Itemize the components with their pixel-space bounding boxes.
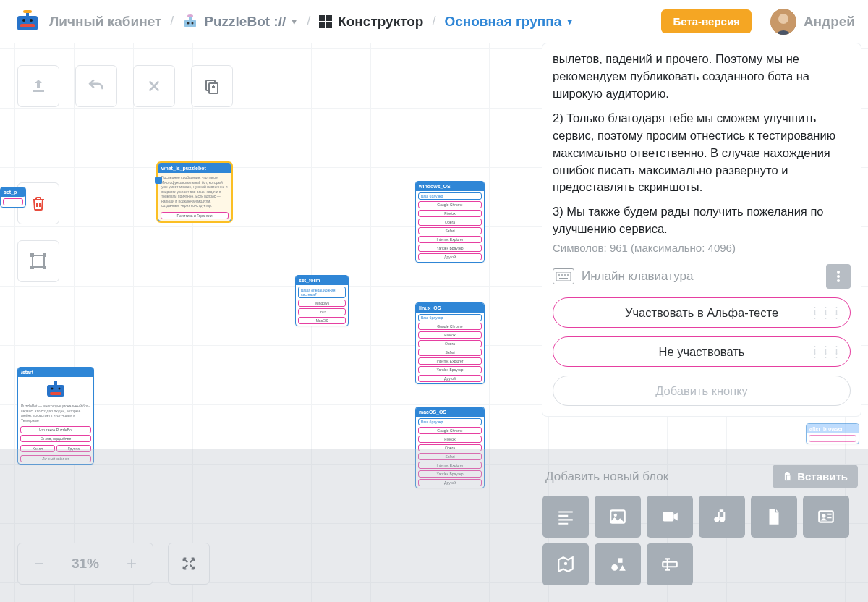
keyboard-menu-button[interactable] <box>826 264 851 289</box>
close-button[interactable] <box>133 65 175 107</box>
add-block-title: Добавить новый блок <box>545 470 668 484</box>
node-title: /start <box>18 368 93 377</box>
node-after-browser[interactable]: after_browser <box>806 423 859 444</box>
node-row[interactable]: Yandex Браузер <box>418 245 482 252</box>
svg-rect-0 <box>17 16 38 30</box>
svg-point-47 <box>611 564 618 571</box>
chevron-down-icon: ▼ <box>566 17 574 26</box>
add-button-label: Добавить кнопку <box>655 384 748 398</box>
inline-button-label: Не участвовать <box>659 345 745 359</box>
svg-rect-43 <box>663 512 673 522</box>
node-row[interactable]: Другой <box>418 375 482 382</box>
node-row <box>809 435 856 442</box>
breadcrumb-sep: / <box>432 14 435 29</box>
node-row[interactable]: Firefox <box>418 331 482 339</box>
node-row[interactable]: Firefox <box>418 210 482 217</box>
node-row[interactable]: Internet Explorer <box>418 236 482 243</box>
node-row[interactable]: Windows <box>298 300 346 307</box>
node-set-form[interactable]: set_form Ваша операционная система? Wind… <box>295 275 349 326</box>
node-title: set_form <box>296 276 348 285</box>
node-row[interactable]: Internet Explorer <box>418 357 482 365</box>
svg-rect-14 <box>326 22 332 28</box>
svg-point-27 <box>59 388 61 390</box>
svg-rect-5 <box>23 10 32 13</box>
drag-handle-icon[interactable]: ⋮⋮⋮⋮⋮⋮ <box>810 347 843 356</box>
node-row[interactable]: Отзыв, подробнее <box>20 435 91 442</box>
block-video[interactable] <box>647 496 693 538</box>
block-location[interactable] <box>542 543 589 585</box>
keyboard-type-row: Инлайн клавиатура <box>553 264 851 289</box>
svg-point-8 <box>192 22 194 24</box>
block-audio[interactable] <box>699 496 745 538</box>
svg-rect-19 <box>33 255 44 267</box>
node-title: linux_OS <box>416 303 484 313</box>
inline-button-1[interactable]: Участвовать в Альфа-тесте ⋮⋮⋮⋮⋮⋮ <box>553 297 851 328</box>
svg-point-31 <box>561 274 563 276</box>
message-text: вылетов, падений и прочего. Поэтому мы н… <box>553 51 851 239</box>
node-row[interactable]: Opera <box>418 340 482 347</box>
group-selector[interactable]: Основная группа ▼ <box>444 14 574 30</box>
node-row[interactable]: Linux <box>298 308 346 315</box>
chevron-down-icon: ▼ <box>290 17 298 26</box>
node-row[interactable]: Firefox <box>418 436 482 443</box>
apps-icon <box>319 15 332 28</box>
breadcrumb-personal[interactable]: Личный кабинет <box>49 14 161 30</box>
fit-frame-button[interactable] <box>17 240 59 282</box>
svg-point-36 <box>837 275 840 278</box>
svg-rect-34 <box>559 278 568 279</box>
svg-rect-6 <box>184 20 196 27</box>
node-row[interactable]: Safari <box>418 227 482 234</box>
inline-button-2[interactable]: Не участвовать ⋮⋮⋮⋮⋮⋮ <box>553 336 851 367</box>
bot-icon <box>43 379 69 399</box>
drag-handle-icon[interactable]: ⋮⋮⋮⋮⋮⋮ <box>810 308 843 317</box>
avatar[interactable] <box>770 9 796 35</box>
node-row[interactable]: Google Chrome <box>418 323 482 330</box>
node-row[interactable]: MacOS <box>298 317 346 324</box>
inline-button-label: Участвовать в Альфа-тесте <box>625 306 778 320</box>
node-row[interactable]: Другой <box>418 253 482 260</box>
svg-rect-28 <box>54 381 57 385</box>
block-contact[interactable] <box>803 496 849 538</box>
svg-point-7 <box>187 22 190 24</box>
paste-button[interactable]: Вставить <box>773 465 858 488</box>
bot-selector[interactable]: PuzzleBot :// ▼ <box>182 14 298 30</box>
node-windows-os[interactable]: windows_OS Ваш браузер Google Chrome Fir… <box>415 181 485 263</box>
node-title: macOS_OS <box>416 407 484 417</box>
svg-point-2 <box>22 19 25 22</box>
node-cut[interactable]: set_p <box>0 187 26 208</box>
node-what-is-puzzlebot[interactable]: what_is_puzzlebot Последнее сообщение: ч… <box>158 163 231 221</box>
block-file[interactable] <box>751 496 797 538</box>
svg-rect-20 <box>31 254 33 256</box>
block-text[interactable] <box>542 496 589 538</box>
svg-point-26 <box>51 388 54 390</box>
node-linux-os[interactable]: linux_OS Ваш браузер Google Chrome Firef… <box>415 302 485 384</box>
node-row: Ваш браузер <box>418 192 482 200</box>
block-type-grid <box>542 496 861 585</box>
breadcrumb-constructor[interactable]: Конструктор <box>319 14 423 30</box>
duplicate-button[interactable] <box>191 65 233 107</box>
group-label: Основная группа <box>444 14 561 30</box>
keyboard-icon <box>553 268 574 284</box>
undo-button[interactable] <box>75 65 117 107</box>
svg-point-42 <box>614 514 617 517</box>
node-row[interactable]: Yandex Браузер <box>418 366 482 373</box>
canvas[interactable]: set_p what_is_puzzlebot Последнее сообще… <box>0 43 868 602</box>
block-image[interactable] <box>595 496 641 538</box>
svg-rect-39 <box>786 472 789 473</box>
add-inline-button[interactable]: Добавить кнопку <box>553 376 851 406</box>
add-block-panel: Добавить новый блок Вставить <box>542 456 861 585</box>
node-row[interactable]: Safari <box>418 349 482 356</box>
svg-rect-23 <box>43 266 46 268</box>
node-row[interactable]: Google Chrome <box>418 201 482 208</box>
beta-button[interactable]: Бета-версия <box>661 9 751 33</box>
svg-point-33 <box>567 274 569 276</box>
node-row[interactable]: Google Chrome <box>418 427 482 434</box>
node-row[interactable]: Opera <box>418 219 482 226</box>
node-row[interactable]: Что такое PuzzleBot <box>20 426 91 433</box>
block-form[interactable] <box>647 543 693 585</box>
block-sticker[interactable] <box>595 543 641 585</box>
svg-point-37 <box>837 279 840 282</box>
node-row[interactable]: Политика и Гарантии <box>161 212 229 219</box>
upload-button[interactable] <box>17 65 59 107</box>
svg-point-16 <box>778 14 788 24</box>
